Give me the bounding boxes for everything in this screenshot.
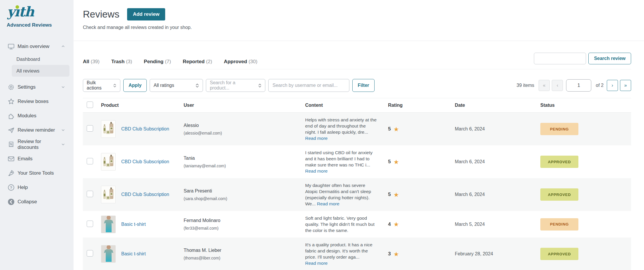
filter-button[interactable]: Filter bbox=[352, 79, 374, 92]
envelope-icon bbox=[7, 155, 15, 163]
sidebar-item-label: Modules bbox=[18, 113, 36, 119]
apply-button[interactable]: Apply bbox=[123, 79, 147, 92]
rating-value: 4 bbox=[388, 221, 391, 227]
sidebar-item-review-boxes[interactable]: Review boxes bbox=[0, 94, 74, 109]
user-email: (taniamay@email.com) bbox=[184, 164, 305, 168]
sidebar-item-emails[interactable]: Emails bbox=[0, 152, 74, 166]
star-icon: ★ bbox=[393, 126, 399, 132]
page: yıth Advanced Reviews Main overview Dash… bbox=[0, 0, 644, 270]
user-email: (fer33@email.com) bbox=[184, 226, 305, 231]
product-link[interactable]: Basic t-shirt bbox=[121, 222, 146, 227]
sidebar-item-label: Review boxes bbox=[18, 99, 49, 104]
sidebar-item-review-for-discounts[interactable]: Review for discounts bbox=[0, 137, 74, 152]
user-name: Fernand Molinaro bbox=[184, 218, 305, 223]
ratings-filter-select[interactable]: All ratings bbox=[150, 79, 203, 92]
sidebar-item-label: Review reminder bbox=[18, 127, 55, 133]
review-content: Helps with stress and anxiety at the end… bbox=[305, 117, 377, 135]
sidebar-item-your-store-tools[interactable]: Your Store Tools bbox=[0, 166, 74, 180]
read-more-link[interactable]: Read more bbox=[305, 260, 328, 266]
sidebar-item-main-overview[interactable]: Main overview bbox=[0, 39, 74, 54]
current-page-input[interactable] bbox=[566, 79, 591, 92]
user-name: Alessio bbox=[184, 123, 305, 128]
sidebar-item-review-reminder[interactable]: Review reminder bbox=[0, 123, 74, 137]
row-checkbox[interactable] bbox=[87, 125, 93, 132]
tab-approved[interactable]: Approved(30) bbox=[224, 59, 257, 65]
review-date: March 6, 2024 bbox=[455, 126, 540, 132]
table-body: CBD Club Subscription Alessio (alessio@e… bbox=[83, 113, 631, 270]
read-more-link[interactable]: Read more bbox=[305, 168, 328, 174]
user-search-input[interactable] bbox=[268, 79, 349, 92]
status-badge: APPROVED bbox=[540, 156, 578, 168]
tab-trash[interactable]: Trash(3) bbox=[111, 59, 132, 65]
sidebar-item-label: Collapse bbox=[18, 199, 37, 205]
review-date: March 6, 2024 bbox=[455, 192, 540, 197]
main-panel: Reviews Add review Check and manage all … bbox=[74, 0, 644, 270]
sidebar-item-label: Emails bbox=[18, 156, 33, 162]
column-header-status: Status bbox=[540, 103, 631, 108]
user-name: Thomas M. Lieber bbox=[184, 248, 305, 253]
product-link[interactable]: CBD Club Subscription bbox=[121, 192, 169, 197]
sidebar-item-modules[interactable]: Modules bbox=[0, 109, 74, 123]
tab-all[interactable]: All(39) bbox=[83, 59, 100, 65]
last-page-button[interactable]: » bbox=[620, 80, 631, 91]
add-review-button[interactable]: Add review bbox=[127, 8, 165, 20]
sidebar-item-settings[interactable]: Settings bbox=[0, 80, 74, 94]
brand-name: Advanced Reviews bbox=[0, 19, 74, 28]
table-row: CBD Club Subscription Sara Presenti (sar… bbox=[83, 178, 631, 211]
read-more-link[interactable]: Read more bbox=[317, 201, 339, 207]
gear-icon bbox=[7, 83, 15, 91]
row-checkbox[interactable] bbox=[87, 158, 93, 164]
select-caret-icon bbox=[258, 83, 262, 88]
rating-value: 5 bbox=[388, 192, 391, 197]
column-header-content: Content bbox=[305, 103, 388, 108]
row-checkbox[interactable] bbox=[87, 191, 93, 197]
status-badge: APPROVED bbox=[540, 248, 578, 260]
filters-row: Bulk actions Apply All ratings Search fo… bbox=[83, 79, 631, 92]
prev-page-button[interactable]: ‹ bbox=[552, 80, 563, 91]
read-more-link[interactable]: Read more bbox=[305, 135, 328, 141]
puzzle-icon bbox=[7, 112, 15, 120]
review-content: Soft and light fabric. Very good quality… bbox=[305, 216, 375, 233]
user-email: (alessio@email.com) bbox=[184, 131, 305, 135]
sidebar-item-help[interactable]: ? Help bbox=[0, 180, 74, 195]
review-search: Search review bbox=[534, 53, 631, 64]
table-row: CBD Club Subscription Alessio (alessio@e… bbox=[83, 113, 631, 145]
product-link[interactable]: CBD Club Subscription bbox=[121, 159, 169, 164]
content-area: Search review All(39) Trash(3) Pending(7… bbox=[74, 41, 644, 270]
table-row: Basic t-shirt Fernand Molinaro (fer33@em… bbox=[83, 211, 631, 238]
reviews-table: Product User Content Rating Date Status bbox=[83, 98, 631, 270]
sidebar-item-dashboard[interactable]: Dashboard bbox=[0, 54, 74, 65]
select-all-checkbox[interactable] bbox=[87, 102, 93, 108]
collapse-circle-icon bbox=[7, 198, 15, 206]
first-page-button[interactable]: « bbox=[539, 80, 550, 91]
sidebar-item-label: Help bbox=[18, 185, 28, 190]
product-search-select[interactable]: Search for a product... bbox=[206, 79, 265, 92]
sidebar-item-label: Settings bbox=[18, 84, 35, 90]
total-pages-label: of 2 bbox=[596, 83, 604, 88]
bulk-actions-select[interactable]: Bulk actions bbox=[83, 79, 120, 92]
review-content: It's a quality product. It has a nice fa… bbox=[305, 242, 373, 259]
rocket-icon bbox=[7, 169, 15, 177]
rating-value: 3 bbox=[388, 251, 391, 257]
yith-logo-dot bbox=[16, 5, 19, 9]
user-email: (thomas@liber.com) bbox=[184, 256, 305, 260]
tab-reported[interactable]: Reported(2) bbox=[183, 59, 212, 65]
tab-pending[interactable]: Pending(7) bbox=[144, 59, 171, 65]
search-review-input[interactable] bbox=[534, 53, 586, 64]
rating-value: 5 bbox=[388, 159, 391, 165]
product-link[interactable]: CBD Club Subscription bbox=[121, 126, 169, 132]
row-checkbox[interactable] bbox=[87, 250, 93, 257]
product-thumbnail-tshirt bbox=[101, 216, 116, 233]
status-badge: PENDING bbox=[540, 123, 578, 135]
product-thumbnail-tshirt bbox=[101, 245, 116, 263]
rating-value: 5 bbox=[388, 126, 391, 132]
next-page-button[interactable]: › bbox=[607, 80, 618, 91]
product-link[interactable]: Basic t-shirt bbox=[121, 251, 146, 257]
select-caret-icon bbox=[113, 83, 117, 88]
row-checkbox[interactable] bbox=[87, 221, 93, 227]
sidebar-item-collapse[interactable]: Collapse bbox=[0, 195, 74, 209]
review-date: March 5, 2024 bbox=[455, 222, 540, 227]
sidebar-item-all-reviews[interactable]: All reviews bbox=[12, 65, 69, 77]
page-subtitle: Check and manage all reviews created in … bbox=[83, 25, 631, 30]
search-review-button[interactable]: Search review bbox=[588, 53, 631, 64]
